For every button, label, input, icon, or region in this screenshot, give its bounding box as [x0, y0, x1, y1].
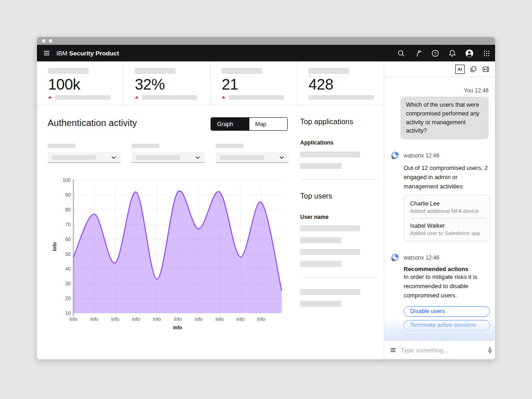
help-icon[interactable]: ?	[427, 45, 444, 61]
skeleton-bar	[132, 144, 159, 148]
svg-text:60: 60	[65, 236, 71, 242]
app-window: IBM Security Product ?	[37, 37, 495, 359]
svg-text:20: 20	[65, 296, 71, 301]
skeleton-bar	[300, 301, 342, 307]
trend-up-icon	[48, 96, 52, 98]
kpi-value: 21	[222, 76, 297, 93]
svg-text:Info: Info	[216, 316, 224, 322]
hamburger-menu-icon[interactable]	[37, 45, 56, 61]
skeleton-bar	[300, 261, 342, 267]
disable-users-button[interactable]: Disable users	[404, 306, 490, 317]
app-title: IBM Security Product	[56, 50, 119, 57]
svg-text:100: 100	[62, 177, 71, 183]
applications-column-header: Applications	[300, 139, 333, 146]
chevron-down-icon	[195, 156, 200, 159]
chat-text-input[interactable]	[401, 347, 482, 354]
svg-text:40: 40	[65, 266, 71, 272]
svg-text:80: 80	[65, 207, 71, 212]
svg-text:70: 70	[65, 222, 71, 227]
chevron-down-icon	[279, 156, 284, 159]
window-titlebar	[37, 37, 495, 45]
svg-text:Info: Info	[194, 316, 203, 322]
skeleton-bar	[300, 225, 360, 231]
divider	[300, 277, 378, 278]
kpi-value: 428	[308, 76, 384, 93]
reset-passwords-button[interactable]: Reset passwords	[404, 334, 490, 340]
svg-text:Info: Info	[132, 316, 140, 322]
user-name-column-header: User name	[300, 214, 328, 220]
top-users-title: Top users	[300, 192, 332, 200]
skeleton-bar	[300, 289, 360, 295]
svg-text:Info: Info	[52, 242, 57, 251]
chevron-down-icon	[111, 156, 116, 159]
svg-text:?: ?	[434, 51, 436, 55]
dropdown-select[interactable]	[132, 152, 205, 163]
user-message-bubble: Which of the users that were compromised…	[400, 97, 489, 139]
toggle-option-map[interactable]: Map	[249, 118, 288, 130]
kpi-annotation: r	[309, 73, 311, 78]
filter-dropdown	[216, 144, 289, 163]
terminate-sessions-button[interactable]: Terminate active sessions	[404, 320, 490, 331]
avatar-icon[interactable]	[461, 45, 478, 61]
dashboard-main: 100k 32% 21 r 428	[37, 61, 384, 359]
skeleton-bar	[308, 95, 374, 100]
compromised-users-card: Charlie Lee Added additional MFA device …	[404, 195, 490, 242]
message-meta: watsonx 12:46	[404, 254, 439, 261]
side-panel-close-icon[interactable]	[482, 66, 490, 73]
view-toggle: Graph Map	[211, 117, 288, 131]
chat-header: AI	[384, 61, 495, 77]
svg-text:30: 30	[65, 281, 71, 286]
user-name: Charlie Lee	[410, 200, 484, 207]
skeleton-bar	[222, 68, 262, 74]
ai-label-icon[interactable]: AI	[455, 65, 465, 74]
skeleton-bar	[55, 95, 110, 100]
divider	[300, 179, 378, 180]
chat-input-bar	[384, 340, 495, 359]
user-name: Isabel Walker	[410, 223, 484, 229]
trend-up-icon	[135, 96, 139, 98]
app-switcher-icon[interactable]	[478, 45, 495, 61]
filter-dropdown	[48, 144, 121, 163]
skeleton-bar	[300, 163, 342, 169]
skeleton-bar	[229, 95, 284, 100]
dropdown-select[interactable]	[216, 152, 289, 163]
watsonx-avatar-icon	[390, 253, 399, 262]
svg-text:Info: Info	[236, 316, 245, 322]
window-control-dot[interactable]	[49, 39, 52, 42]
skeleton-bar	[142, 95, 197, 100]
skeleton-bar	[48, 68, 89, 74]
notifications-icon[interactable]	[444, 45, 461, 61]
window-control-dot[interactable]	[42, 39, 45, 42]
skeleton-bar	[216, 144, 243, 148]
assistant-message-text: In order to mitigate risks it is recomme…	[404, 272, 490, 300]
kpi-row: 100k 32% 21 r 428	[37, 61, 384, 105]
dropdown-select[interactable]	[48, 152, 121, 163]
signpost-icon[interactable]	[410, 45, 427, 61]
skeleton-bar	[300, 249, 360, 255]
skeleton-bar	[308, 68, 349, 74]
user-activity: Added user to Salesforce app	[410, 230, 484, 236]
filter-dropdown	[132, 144, 205, 163]
duplicate-icon[interactable]	[470, 66, 477, 73]
assistant-message-header: watsonx 12:46	[390, 151, 489, 160]
kpi-card: 21	[211, 61, 297, 105]
assistant-message-text: Out of 12 compromised users, 2 engaged i…	[404, 163, 490, 191]
input-menu-icon[interactable]	[390, 347, 396, 353]
skeleton-bar	[300, 237, 342, 243]
chat-messages: You 12:46 Which of the users that were c…	[384, 77, 495, 340]
microphone-icon[interactable]	[487, 347, 493, 354]
svg-text:Info: Info	[153, 316, 161, 322]
authentication-activity-chart: 102030405060708090100InfoInfoInfoInfoInf…	[46, 177, 287, 333]
message-meta: watsonx 12:46	[404, 152, 439, 159]
watsonx-avatar-icon	[390, 151, 399, 160]
skeleton-bar	[135, 68, 175, 74]
search-icon[interactable]	[393, 45, 410, 61]
kpi-value: 100k	[48, 76, 123, 93]
kpi-card: 100k	[37, 61, 124, 105]
svg-text:Info: Info	[90, 316, 98, 322]
toggle-option-graph[interactable]: Graph	[211, 118, 249, 130]
svg-text:Info: Info	[69, 316, 78, 322]
svg-text:Info: Info	[173, 325, 182, 330]
skeleton-bar	[52, 155, 96, 160]
skeleton-bar	[48, 144, 75, 148]
